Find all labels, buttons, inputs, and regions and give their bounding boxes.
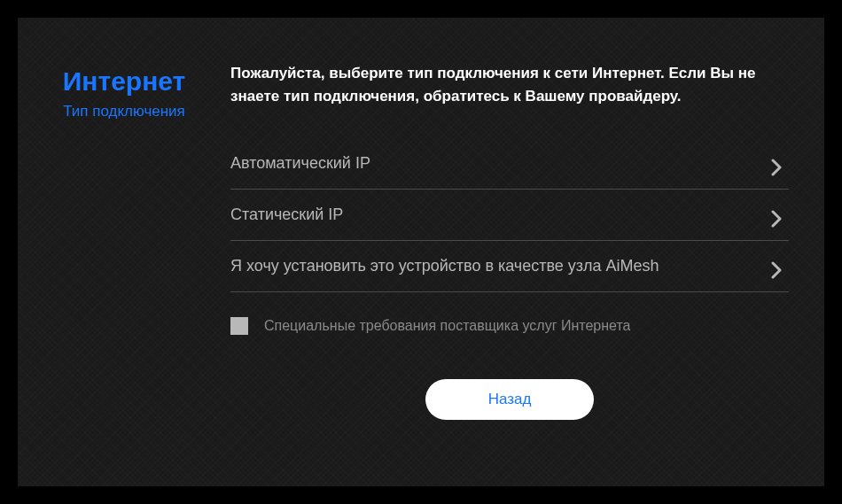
special-requirements-checkbox[interactable]: [230, 317, 248, 335]
option-automatic-ip[interactable]: Автоматический IP: [230, 138, 789, 190]
option-static-ip[interactable]: Статический IP: [230, 190, 789, 241]
instruction-text: Пожалуйста, выберите тип подключения к с…: [230, 62, 789, 107]
checkbox-label: Специальные требования поставщика услуг …: [264, 318, 630, 334]
option-aimesh-node[interactable]: Я хочу установить это устройство в качес…: [230, 241, 789, 292]
special-requirements-row: Специальные требования поставщика услуг …: [230, 292, 789, 353]
chevron-right-icon: [771, 261, 782, 272]
page-title: Интернет: [35, 66, 213, 96]
back-button[interactable]: Назад: [425, 379, 594, 420]
page-subtitle: Тип подключения: [35, 103, 213, 120]
chevron-right-icon: [771, 210, 782, 221]
connection-options-list: Автоматический IP Статический IP Я хочу …: [230, 138, 789, 292]
button-row: Назад: [230, 379, 789, 420]
chevron-right-icon: [771, 159, 782, 169]
option-label: Я хочу установить это устройство в качес…: [230, 257, 659, 275]
option-label: Автоматический IP: [230, 154, 370, 173]
setup-panel: Интернет Тип подключения Пожалуйста, выб…: [18, 18, 824, 486]
option-label: Статический IP: [230, 205, 343, 224]
main-content: Пожалуйста, выберите тип подключения к с…: [213, 62, 789, 451]
sidebar: Интернет Тип подключения: [35, 62, 213, 451]
